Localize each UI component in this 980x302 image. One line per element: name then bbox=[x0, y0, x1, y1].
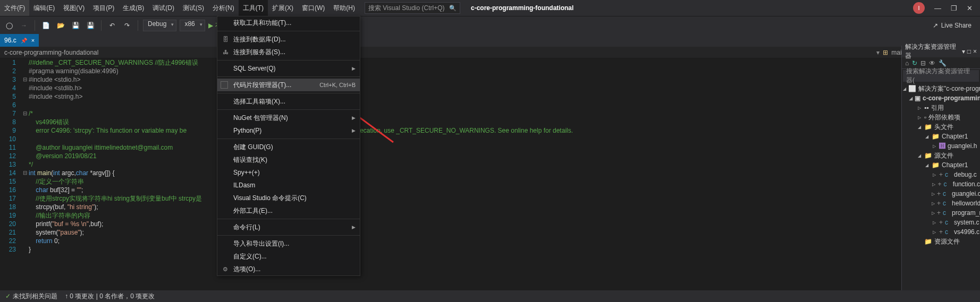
tree-external-deps[interactable]: ▷▫外部依赖项 bbox=[902, 113, 980, 122]
tree-sources[interactable]: ◢📁源文件 bbox=[902, 151, 980, 160]
tree-references[interactable]: ▷▪▪引用 bbox=[902, 103, 980, 113]
tree-project[interactable]: ◢▣c-core-programming bbox=[902, 93, 980, 103]
dd-options[interactable]: ⚙选项(O)... bbox=[217, 263, 360, 275]
menu-tools[interactable]: 工具(T) bbox=[239, 0, 268, 16]
menu-build[interactable]: 生成(B) bbox=[119, 0, 148, 16]
tree-guanglei-c[interactable]: ▷+ c guanglei.c bbox=[902, 189, 980, 199]
dd-code-snippets[interactable]: 代码片段管理器(T)...Ctrl+K, Ctrl+B bbox=[217, 79, 360, 91]
search-icon: 🔍 bbox=[449, 5, 457, 12]
server-icon: 🖧 bbox=[222, 49, 229, 55]
open-icon[interactable]: 📂 bbox=[55, 20, 66, 31]
panel-maximize-icon[interactable]: □ bbox=[967, 48, 971, 55]
nav-back-icon[interactable]: ◯ bbox=[3, 20, 15, 31]
dd-guid[interactable]: 创建 GUID(G) bbox=[217, 141, 360, 153]
undo-icon[interactable]: ↶ bbox=[106, 20, 118, 31]
c-file-icon: c bbox=[945, 171, 948, 178]
nav-fwd-icon[interactable]: → bbox=[18, 20, 30, 31]
maximize-icon[interactable]: ❐ bbox=[951, 4, 957, 12]
menu-debug[interactable]: 调试(D) bbox=[148, 0, 179, 16]
minimize-icon[interactable]: — bbox=[934, 4, 941, 12]
main-toolbar: ◯ → 📄 📂 💾 💾 ↶ ↷ Debug x86 本地 Live Share bbox=[0, 16, 980, 34]
tree-program-run-c[interactable]: ▷+ c program_run bbox=[902, 208, 980, 218]
dd-connect-server[interactable]: 🖧连接到服务器(S)... bbox=[217, 46, 360, 58]
breadcrumb-project[interactable]: c-core-programming-foundational bbox=[4, 49, 98, 56]
menu-analyze[interactable]: 分析(N) bbox=[208, 0, 239, 16]
user-avatar[interactable]: I bbox=[913, 2, 925, 14]
refresh-icon[interactable]: ↻ bbox=[912, 59, 917, 67]
h-file-icon: 🅷 bbox=[939, 142, 945, 150]
tree-function-c[interactable]: ▷+ c function.c bbox=[902, 179, 980, 189]
fold-gutter: ⊟⊟⊟ bbox=[21, 58, 29, 290]
platform-combo[interactable]: x86 bbox=[180, 20, 205, 31]
c-file-icon: c bbox=[944, 180, 947, 188]
dd-error-lookup[interactable]: 错误查找(K) bbox=[217, 153, 360, 166]
solution-tree: ◢⬜解决方案"c-core-program ◢▣c-core-programmi… bbox=[902, 83, 980, 247]
dd-shortcut: Ctrl+K, Ctrl+B bbox=[319, 82, 356, 88]
code-lines: //#define _CRT_SECURE_NO_WARNINGS //防止49… bbox=[29, 58, 980, 290]
tree-chapter1-h[interactable]: ◢📁Chapter1 bbox=[902, 132, 980, 141]
menu-extensions[interactable]: 扩展(X) bbox=[268, 0, 298, 16]
menu-window[interactable]: 窗口(W) bbox=[298, 0, 329, 16]
tab-filename: 96.c bbox=[4, 37, 16, 44]
tree-debug-c[interactable]: ▷+ c debug.c bbox=[902, 170, 980, 179]
panel-close-icon[interactable]: × bbox=[973, 48, 977, 55]
project-icon: ▣ bbox=[915, 94, 920, 102]
live-share-button[interactable]: Live Share bbox=[933, 22, 977, 29]
save-icon[interactable]: 💾 bbox=[70, 20, 81, 31]
menu-help[interactable]: 帮助(H) bbox=[329, 0, 359, 16]
dd-sql-server[interactable]: SQL Server(Q)▶ bbox=[217, 62, 360, 75]
config-combo[interactable]: Debug bbox=[143, 20, 176, 31]
dd-python[interactable]: Python(P)▶ bbox=[217, 124, 360, 137]
dd-nuget[interactable]: NuGet 包管理器(N)▶ bbox=[217, 111, 360, 124]
tree-solution-root[interactable]: ◢⬜解决方案"c-core-program bbox=[902, 84, 980, 93]
tree-guanglei-h[interactable]: ▷🅷guanglei.h bbox=[902, 141, 980, 151]
folder-icon: 📁 bbox=[932, 161, 940, 169]
app-title: c-core-programming-foundational bbox=[471, 4, 573, 12]
file-tab[interactable]: 96.c 📌 × bbox=[0, 34, 39, 47]
tab-close-icon[interactable]: × bbox=[31, 37, 35, 44]
dd-spy[interactable]: Spy++(+) bbox=[217, 166, 360, 179]
pin-icon[interactable]: 📌 bbox=[21, 38, 27, 44]
tree-chapter1-s[interactable]: ◢📁Chapter1 bbox=[902, 160, 980, 170]
references-icon: ▪▪ bbox=[924, 104, 929, 111]
dd-import-export[interactable]: 导入和导出设置(I)... bbox=[217, 237, 360, 250]
redo-icon[interactable]: ↷ bbox=[121, 20, 133, 31]
menu-edit[interactable]: 编辑(E) bbox=[29, 0, 59, 16]
dd-customize[interactable]: 自定义(C)... bbox=[217, 250, 360, 263]
scope-dropdown-marker[interactable]: ▾ bbox=[876, 49, 880, 56]
new-file-icon[interactable]: 📄 bbox=[40, 20, 52, 31]
panel-dropdown-icon[interactable]: ▾ bbox=[962, 48, 965, 55]
quick-search[interactable]: 搜索 Visual Studio (Ctrl+Q) 🔍 bbox=[365, 2, 460, 14]
tree-vs4996-c[interactable]: ▷+ c vs4996.c bbox=[902, 227, 980, 237]
dd-ildasm[interactable]: ILDasm bbox=[217, 179, 360, 192]
scope-func-icon: ⊞ bbox=[883, 49, 888, 56]
menu-project[interactable]: 项目(P) bbox=[89, 0, 119, 16]
tree-helloworld-c[interactable]: ▷+ c helloworld.c bbox=[902, 199, 980, 208]
status-issues[interactable]: 未找到相关问题 bbox=[5, 292, 57, 301]
dd-vs-cmd[interactable]: Visual Studio 命令提示(C) bbox=[217, 192, 360, 204]
menu-file[interactable]: 文件(F) bbox=[0, 0, 29, 16]
tree-headers[interactable]: ◢📁头文件 bbox=[902, 122, 980, 132]
c-file-icon: c bbox=[943, 190, 946, 197]
dd-get-tools[interactable]: 获取工具和功能(T)... bbox=[217, 16, 360, 29]
properties-icon[interactable]: 🔧 bbox=[939, 59, 947, 67]
home-icon[interactable]: ⌂ bbox=[905, 59, 909, 67]
menu-test[interactable]: 测试(S) bbox=[179, 0, 208, 16]
status-changes[interactable]: ↑ 0 项更改 | 0 名作者，0 项更改 bbox=[65, 292, 155, 301]
menu-view[interactable]: 视图(V) bbox=[59, 0, 89, 16]
tree-system-c[interactable]: ▷+ c system.c bbox=[902, 218, 980, 227]
tree-resources[interactable]: 📁资源文件 bbox=[902, 237, 980, 246]
editor-area: 1234567891011121314151617181920212223 ⊟⊟… bbox=[0, 58, 980, 290]
dd-toolbox[interactable]: 选择工具箱项(X)... bbox=[217, 95, 360, 108]
code-editor[interactable]: 1234567891011121314151617181920212223 ⊟⊟… bbox=[0, 58, 980, 290]
dd-connect-db[interactable]: 🗄连接到数据库(D)... bbox=[217, 33, 360, 46]
collapse-icon[interactable]: ⊟ bbox=[920, 59, 926, 67]
breadcrumb-bar: c-core-programming-foundational ▾ ⊞ main… bbox=[0, 47, 980, 58]
close-icon[interactable]: ✕ bbox=[967, 4, 973, 12]
save-all-icon[interactable]: 💾 bbox=[85, 20, 96, 31]
show-all-icon[interactable]: 👁 bbox=[929, 59, 935, 67]
dd-external-tools[interactable]: 外部工具(E)... bbox=[217, 204, 360, 217]
solution-explorer: 解决方案资源管理器 ▾□× ⌂ ↻ ⊟ 👁 🔧 搜索解决方案资源管理器( ◢⬜解… bbox=[901, 46, 980, 290]
solution-search[interactable]: 搜索解决方案资源管理器( bbox=[903, 70, 979, 82]
dd-cmdline[interactable]: 命令行(L)▶ bbox=[217, 221, 360, 234]
